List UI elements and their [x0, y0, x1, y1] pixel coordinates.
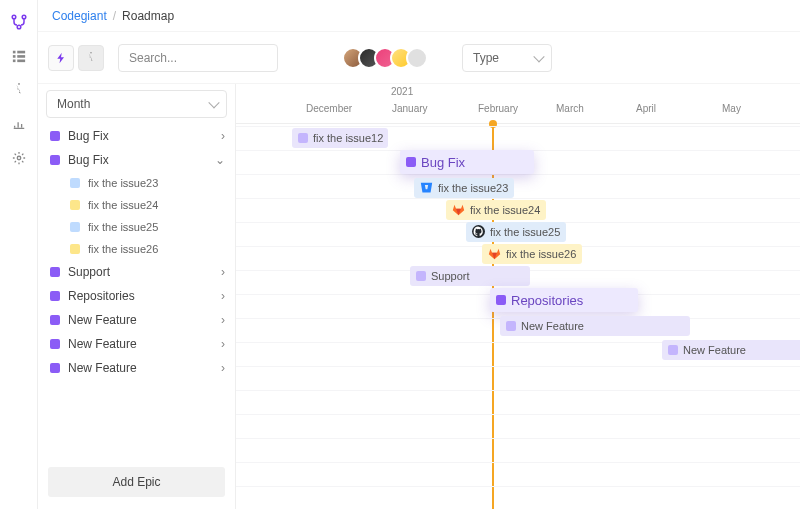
color-swatch: [50, 363, 60, 373]
breadcrumb-app[interactable]: Codegiant: [52, 9, 107, 23]
chevron-down-icon: ⌄: [215, 153, 225, 167]
gantt-bar-label: fix the issue12: [313, 132, 383, 144]
toolbar: Search... Type: [38, 32, 800, 84]
breadcrumb-sep: /: [113, 9, 116, 23]
color-swatch: [416, 271, 426, 281]
sprint-icon[interactable]: [11, 82, 27, 98]
type-select[interactable]: Type: [462, 44, 552, 72]
epic-row[interactable]: Support›: [38, 260, 235, 284]
gantt-bar-label: New Feature: [521, 320, 584, 332]
gantt-bar-label: fix the issue26: [506, 248, 576, 260]
gantt-chart[interactable]: 2021 DecemberJanuaryFebruaryMarchAprilMa…: [236, 84, 800, 509]
epic-row[interactable]: Bug Fix›: [38, 124, 235, 148]
color-swatch: [70, 244, 80, 254]
chevron-right-icon: ›: [221, 337, 225, 351]
github-icon: [472, 225, 485, 240]
svg-rect-5: [12, 55, 15, 58]
gantt-bar[interactable]: fix the issue25: [466, 222, 566, 242]
epic-label: Support: [68, 265, 221, 279]
gantt-header: 2021 DecemberJanuaryFebruaryMarchAprilMa…: [236, 84, 800, 124]
color-swatch: [50, 155, 60, 165]
epic-label: Bug Fix: [68, 153, 215, 167]
epic-row[interactable]: New Feature›: [38, 308, 235, 332]
gantt-bar-label: Repositories: [511, 293, 583, 308]
month-label: January: [392, 103, 428, 114]
svg-rect-6: [17, 55, 25, 58]
gantt-bar[interactable]: New Feature: [500, 316, 690, 336]
add-epic-button[interactable]: Add Epic: [48, 467, 225, 497]
gantt-bar-label: Support: [431, 270, 470, 282]
epic-tree-panel: Month Bug Fix›Bug Fix⌄fix the issue23fix…: [38, 84, 236, 509]
bitbucket-icon: [420, 181, 433, 196]
list-icon[interactable]: [11, 48, 27, 64]
issue-label: fix the issue26: [88, 243, 225, 255]
analytics-icon[interactable]: [11, 116, 27, 132]
month-label: December: [306, 103, 352, 114]
epic-label: New Feature: [68, 313, 221, 327]
issue-row[interactable]: fix the issue23: [38, 172, 235, 194]
breadcrumb-page: Roadmap: [122, 9, 174, 23]
gantt-bar[interactable]: Repositories: [490, 288, 638, 312]
assignee-avatars[interactable]: [342, 47, 428, 69]
color-swatch: [50, 291, 60, 301]
epic-row[interactable]: New Feature›: [38, 356, 235, 380]
gantt-bar[interactable]: fix the issue24: [446, 200, 546, 220]
gantt-bar[interactable]: fix the issue23: [414, 178, 514, 198]
color-swatch: [496, 295, 506, 305]
epic-row[interactable]: New Feature›: [38, 332, 235, 356]
epic-row[interactable]: Repositories›: [38, 284, 235, 308]
gantt-bar-label: New Feature: [683, 344, 746, 356]
issue-row[interactable]: fix the issue25: [38, 216, 235, 238]
month-label: April: [636, 103, 656, 114]
color-swatch: [298, 133, 308, 143]
chevron-right-icon: ›: [221, 361, 225, 375]
issue-row[interactable]: fix the issue24: [38, 194, 235, 216]
color-swatch: [506, 321, 516, 331]
breadcrumb: Codegiant / Roadmap: [38, 0, 800, 32]
gantt-bar-label: Bug Fix: [421, 155, 465, 170]
gantt-bar[interactable]: fix the issue12: [292, 128, 388, 148]
filter-lightning-button[interactable]: [48, 45, 74, 71]
gantt-bar-label: fix the issue24: [470, 204, 540, 216]
color-swatch: [50, 131, 60, 141]
svg-rect-4: [17, 51, 25, 54]
issue-row[interactable]: fix the issue26: [38, 238, 235, 260]
roadmap-icon[interactable]: [11, 14, 27, 30]
month-label: May: [722, 103, 741, 114]
gantt-bar[interactable]: New Feature: [662, 340, 800, 360]
svg-point-9: [17, 156, 21, 160]
chevron-right-icon: ›: [221, 129, 225, 143]
chevron-right-icon: ›: [221, 313, 225, 327]
issue-label: fix the issue24: [88, 199, 225, 211]
svg-point-2: [17, 25, 21, 29]
month-label: March: [556, 103, 584, 114]
gantt-bar[interactable]: Bug Fix: [400, 150, 534, 174]
epic-label: Bug Fix: [68, 129, 221, 143]
color-swatch: [70, 222, 80, 232]
gantt-bar-label: fix the issue25: [490, 226, 560, 238]
gantt-bar[interactable]: fix the issue26: [482, 244, 582, 264]
color-swatch: [50, 267, 60, 277]
epic-label: New Feature: [68, 337, 221, 351]
gantt-bar[interactable]: Support: [410, 266, 530, 286]
epic-row[interactable]: Bug Fix⌄: [38, 148, 235, 172]
time-scale-select[interactable]: Month: [46, 90, 227, 118]
issue-label: fix the issue25: [88, 221, 225, 233]
chevron-right-icon: ›: [221, 265, 225, 279]
month-label: February: [478, 103, 518, 114]
avatar-more[interactable]: [406, 47, 428, 69]
filter-sprint-button[interactable]: [78, 45, 104, 71]
gitlab-icon: [452, 203, 465, 218]
svg-rect-3: [12, 51, 15, 54]
gitlab-icon: [488, 247, 501, 262]
gantt-bar-label: fix the issue23: [438, 182, 508, 194]
nav-rail: [0, 0, 38, 509]
issue-label: fix the issue23: [88, 177, 225, 189]
color-swatch: [50, 339, 60, 349]
gantt-year: 2021: [391, 86, 413, 97]
color-swatch: [406, 157, 416, 167]
svg-rect-8: [17, 60, 25, 63]
settings-icon[interactable]: [11, 150, 27, 166]
search-input[interactable]: Search...: [118, 44, 278, 72]
chevron-right-icon: ›: [221, 289, 225, 303]
